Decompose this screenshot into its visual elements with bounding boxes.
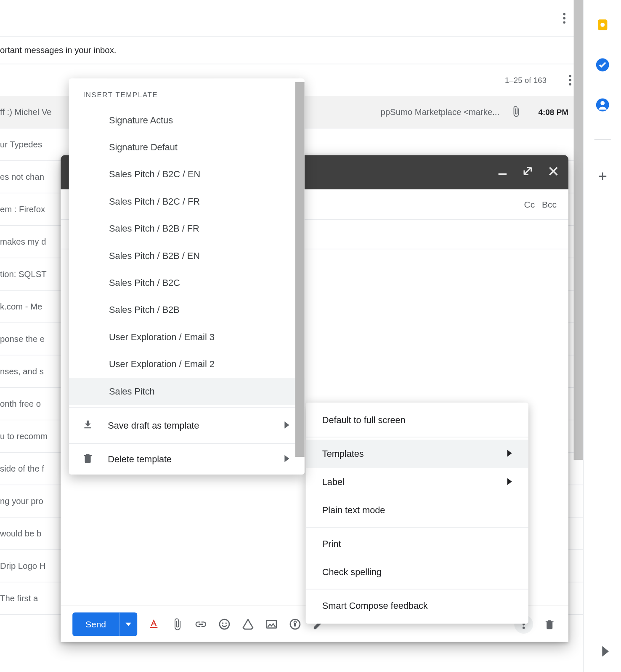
menu-separator [306, 437, 528, 437]
template-item[interactable]: User Exploration / Email 3 [69, 324, 305, 351]
main-scrollbar[interactable] [574, 0, 583, 460]
add-addon-icon[interactable] [594, 168, 610, 184]
save-draft-as-template[interactable]: Save draft as template [69, 410, 305, 441]
svg-point-5 [569, 83, 571, 85]
emoji-icon[interactable] [218, 617, 232, 631]
svg-point-0 [563, 13, 565, 15]
template-item[interactable]: Sales Pitch / B2B / FR [69, 215, 305, 242]
delete-template[interactable]: Delete template [69, 446, 305, 472]
menu-item-templates[interactable]: Templates [306, 440, 528, 468]
send-button[interactable]: Send [72, 612, 137, 636]
svg-point-7 [220, 619, 229, 629]
menu-item-smart-compose-feedback[interactable]: Smart Compose feedback [306, 592, 528, 620]
template-menu-header: INSERT TEMPLATE [69, 78, 305, 101]
inbox-notice: ortant messages in your inbox. [0, 37, 583, 64]
svg-point-17 [600, 23, 605, 27]
popout-icon[interactable] [523, 166, 532, 178]
menu-item-label: Templates [322, 448, 364, 459]
email-snippet: ponse the e [0, 334, 45, 344]
email-snippet: makes my d [0, 237, 46, 246]
template-item[interactable]: Sales Pitch / B2C [69, 269, 305, 296]
svg-point-3 [569, 75, 571, 77]
email-snippet: ng your pro [0, 496, 43, 506]
send-button-label[interactable]: Send [72, 612, 119, 636]
svg-rect-6 [498, 173, 507, 175]
drive-icon[interactable] [241, 617, 255, 631]
template-item[interactable]: Signature Defaut [69, 134, 305, 161]
menu-item-label: Print [322, 539, 341, 549]
format-text-icon[interactable] [147, 617, 161, 631]
download-icon [82, 419, 94, 433]
email-sender: ff :) Michel Ve [0, 107, 52, 117]
menu-item-label: Smart Compose feedback [322, 601, 428, 611]
side-panel [583, 0, 621, 672]
confidential-icon[interactable] [288, 617, 303, 631]
email-snippet: u to recomm [0, 432, 48, 441]
trash-icon [82, 452, 94, 467]
menu-item-label: Plain text mode [322, 505, 385, 516]
menu-item-label: Default to full screen [322, 415, 406, 426]
attachment-icon [510, 105, 522, 119]
menu-item-plain-text-mode[interactable]: Plain text mode [306, 496, 528, 525]
image-icon[interactable] [265, 617, 279, 631]
email-snippet: The first a [0, 594, 38, 603]
email-snippet: k.com - Me [0, 302, 42, 311]
email-snippet: es not chan [0, 172, 44, 181]
settings-kebab-icon[interactable] [557, 11, 571, 25]
svg-point-20 [600, 101, 605, 105]
email-snippet: ur Typedes [0, 140, 42, 149]
template-item[interactable]: Sales Pitch / B2B [69, 296, 305, 323]
email-preview: ppSumo Marketplace <marke... [381, 107, 500, 117]
attach-icon[interactable] [170, 617, 185, 631]
link-icon[interactable] [194, 617, 208, 631]
delete-draft-icon[interactable] [542, 617, 557, 631]
menu-item-label[interactable]: Label [306, 468, 528, 496]
svg-point-2 [563, 21, 565, 24]
svg-point-9 [226, 622, 227, 624]
menu-item-print[interactable]: Print [306, 530, 528, 558]
expand-panel-icon[interactable] [602, 646, 609, 659]
email-snippet: tion: SQLST [0, 269, 47, 279]
minimize-icon[interactable] [498, 167, 507, 177]
menu-item-label: Delete template [108, 454, 172, 464]
template-item[interactable]: Sales Pitch / B2C / EN [69, 161, 305, 188]
menu-item-check-spelling[interactable]: Check spelling [306, 558, 528, 587]
svg-rect-12 [294, 623, 296, 626]
more-options-menu: Default to full screenTemplatesLabelPlai… [306, 403, 528, 624]
menu-item-label: Save draft as template [108, 420, 199, 431]
svg-point-4 [569, 79, 571, 82]
email-snippet: onth free o [0, 399, 41, 408]
menu-item-label: Check spelling [322, 567, 382, 578]
menu-separator [306, 527, 528, 528]
menu-item-label: Label [322, 477, 345, 488]
email-snippet: nses, and s [0, 367, 44, 376]
email-snippet: would be b [0, 529, 41, 538]
svg-point-8 [222, 622, 223, 624]
menu-separator [306, 589, 528, 589]
keep-icon[interactable] [594, 16, 610, 33]
tasks-icon[interactable] [594, 56, 610, 73]
svg-point-15 [523, 627, 525, 629]
chevron-right-icon [507, 477, 512, 488]
template-item[interactable]: Signature Actus [69, 107, 305, 133]
template-item[interactable]: Sales Pitch / B2C / FR [69, 188, 305, 215]
email-snippet: em : Firefox [0, 205, 45, 214]
template-item[interactable]: User Exploration / Email 2 [69, 351, 305, 378]
pagination-label: 1–25 of 163 [505, 76, 547, 85]
email-snippet: side of the f [0, 464, 44, 473]
cc-link[interactable]: Cc [524, 199, 535, 209]
close-icon[interactable] [549, 167, 558, 178]
template-scrollbar[interactable] [295, 82, 304, 457]
chevron-right-icon [507, 448, 512, 459]
menu-item-default-to-full-screen[interactable]: Default to full screen [306, 406, 528, 435]
email-time: 4:08 PM [539, 108, 568, 117]
template-submenu: INSERT TEMPLATE Signature ActusSignature… [69, 78, 305, 475]
contacts-icon[interactable] [594, 97, 610, 113]
chevron-right-icon [284, 420, 289, 431]
template-item[interactable]: Sales Pitch [69, 378, 305, 405]
send-dropdown[interactable] [119, 612, 137, 636]
bcc-link[interactable]: Bcc [542, 199, 557, 209]
inbox-notice-text: ortant messages in your inbox. [0, 45, 116, 55]
template-item[interactable]: Sales Pitch / B2B / EN [69, 242, 305, 269]
svg-point-1 [563, 17, 565, 19]
